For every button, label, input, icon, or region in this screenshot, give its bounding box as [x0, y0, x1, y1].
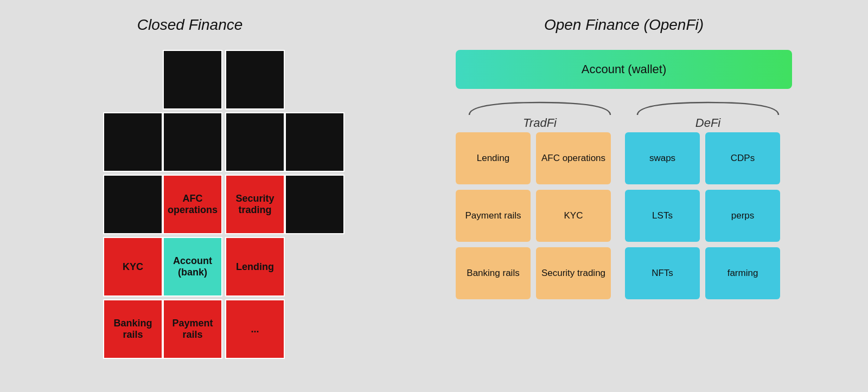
tradfi-cell-0-0: Lending: [456, 132, 531, 184]
defi-row-2: NFTsfarming: [625, 247, 786, 299]
defi-cell-0-1: CDPs: [705, 132, 780, 184]
tradfi-row-1: Payment railsKYC: [456, 190, 616, 242]
tradfi-cell-1-0: Payment rails: [456, 190, 531, 242]
right-panel: Open Finance (OpenFi) Account (wallet) T…: [380, 0, 868, 392]
defi-cell-2-0: NFTs: [625, 247, 700, 299]
block-b15: Payment rails: [163, 299, 222, 359]
block-b13: Lending: [225, 237, 285, 297]
block-b9: Security trading: [225, 175, 285, 234]
block-b14: Banking rails: [103, 299, 163, 359]
tradfi-cell-0-1: AFC operations: [536, 132, 611, 184]
block-b5: [225, 112, 285, 172]
block-b2: [225, 50, 285, 110]
block-b1: [163, 50, 222, 110]
tradfi-cell-2-0: Banking rails: [456, 247, 531, 299]
tradfi-cell-1-1: KYC: [536, 190, 611, 242]
block-b10: [285, 175, 344, 234]
block-b8: AFC operations: [163, 175, 222, 234]
defi-cell-1-0: LSTs: [625, 190, 700, 242]
defi-label: DeFi: [695, 116, 720, 130]
wallet-bar: Account (wallet): [456, 50, 792, 89]
tetris-blocks: AFC operationsSecurity tradingKYCAccount…: [76, 50, 304, 354]
block-b6: [285, 112, 344, 172]
brace-container: TradFi DeFi: [456, 100, 792, 130]
defi-row-0: swapsCDPs: [625, 132, 786, 184]
block-b7: [103, 175, 163, 234]
defi-brace-svg: [632, 100, 784, 116]
tradfi-brace-svg: [464, 100, 616, 116]
block-b3: [103, 112, 163, 172]
left-title: Closed Finance: [137, 16, 243, 34]
defi-row-1: LSTsperps: [625, 190, 786, 242]
tradfi-grid: LendingAFC operationsPayment railsKYCBan…: [456, 132, 616, 299]
tradfi-row-0: LendingAFC operations: [456, 132, 616, 184]
defi-grid: swapsCDPsLSTsperpsNFTsfarming: [625, 132, 786, 299]
defi-cell-1-1: perps: [705, 190, 780, 242]
block-b12: Account (bank): [163, 237, 222, 297]
tradfi-row-2: Banking railsSecurity trading: [456, 247, 616, 299]
left-panel: Closed Finance AFC operationsSecurity tr…: [0, 0, 380, 392]
block-b16: ...: [225, 299, 285, 359]
finance-grid: LendingAFC operationsPayment railsKYCBan…: [456, 132, 792, 299]
tradfi-label: TradFi: [523, 116, 557, 130]
tradfi-cell-2-1: Security trading: [536, 247, 611, 299]
block-b11: KYC: [103, 237, 163, 297]
defi-cell-2-1: farming: [705, 247, 780, 299]
block-b4: [163, 112, 222, 172]
defi-section-header: DeFi: [632, 100, 784, 130]
defi-cell-0-0: swaps: [625, 132, 700, 184]
tradfi-section-header: TradFi: [464, 100, 616, 130]
right-title: Open Finance (OpenFi): [544, 16, 704, 34]
